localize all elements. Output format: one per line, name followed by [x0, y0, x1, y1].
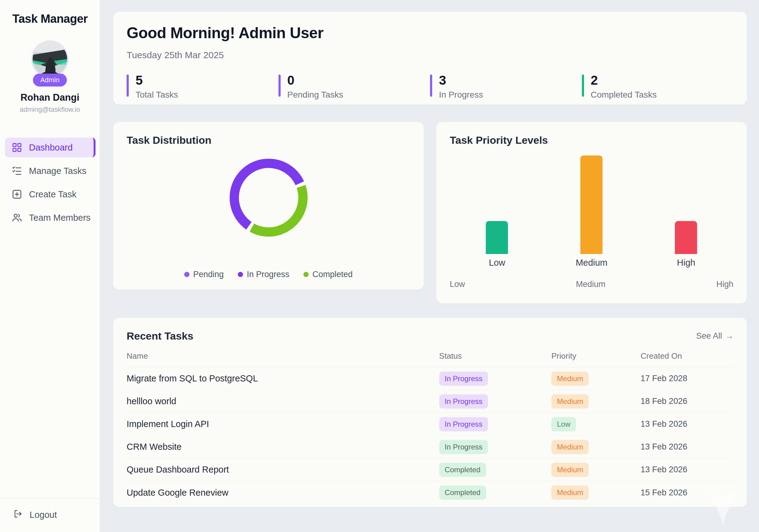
sidebar-item-create-task[interactable]: Create Task [5, 184, 96, 204]
greeting-card: Good Morning! Admin User Tuesday 25th Ma… [113, 12, 747, 105]
logout-icon [13, 509, 23, 521]
task-priority-card: Task Priority Levels LowMediumHigh LowMe… [436, 122, 747, 304]
charts-row: Task Distribution PendingIn ProgressComp… [113, 122, 747, 304]
status-badge: In Progress [439, 395, 488, 408]
created-on-date: 18 Feb 2026 [641, 397, 734, 406]
priority-bar-chart [450, 152, 734, 254]
status-badge: In Progress [439, 417, 488, 431]
stat-label: Completed Tasks [591, 90, 657, 100]
sidebar-item-label: Team Members [29, 213, 91, 223]
table-row: hellloo worldIn ProgressMedium18 Feb 202… [127, 390, 734, 413]
page-title: Good Morning! Admin User [127, 24, 734, 42]
arrow-right-icon: → [725, 331, 734, 341]
stat-pending-tasks: 0Pending Tasks [278, 73, 430, 100]
grid-icon [12, 142, 22, 153]
stat-value: 3 [439, 73, 483, 88]
sidebar-item-team-members[interactable]: Team Members [5, 208, 96, 228]
column-header-name: Name [127, 351, 439, 361]
x-tick-medium: Medium [576, 280, 605, 289]
priority-badge: Medium [551, 485, 589, 500]
legend-dot [184, 272, 189, 277]
table-body: Migrate from SQL to PostgreSQLIn Progres… [127, 367, 734, 504]
stat-value: 5 [136, 73, 178, 88]
status-badge: In Progress [439, 440, 488, 454]
created-on-date: 13 Feb 2026 [641, 419, 734, 429]
profile-block: Admin Rohan Dangi adming@taskflow.io [0, 40, 100, 114]
stat-in-progress: 3In Progress [430, 73, 582, 100]
column-header-priority: Priority [551, 351, 641, 361]
priority-badge: Medium [551, 395, 589, 408]
bar-column-low [450, 221, 544, 254]
legend-dot [303, 272, 309, 277]
logout-button[interactable]: Logout [0, 498, 100, 532]
plus-square-icon [12, 189, 22, 200]
bar-label-low: Low [450, 258, 544, 268]
bar-column-high [639, 221, 734, 254]
recent-tasks-title: Recent Tasks [127, 330, 193, 342]
task-name: Migrate from SQL to PostgreSQL [127, 373, 439, 384]
bar-labels-row: LowMediumHigh [450, 258, 734, 268]
table-row: Migrate from SQL to PostgreSQLIn Progres… [127, 367, 734, 390]
task-name: Implement Login API [127, 419, 439, 429]
legend-label: Completed [312, 270, 353, 279]
task-distribution-title: Task Distribution [127, 134, 410, 146]
bar-low [486, 221, 508, 254]
logout-label: Logout [29, 510, 57, 520]
profile-name: Rohan Dangi [0, 92, 100, 103]
legend-item-completed: Completed [303, 270, 353, 279]
table-row: Implement Login APIIn ProgressLow13 Feb … [127, 413, 734, 436]
stat-label: Pending Tasks [287, 90, 343, 100]
table-row: Queue Dashboard ReportCompletedMedium13 … [127, 458, 734, 481]
column-header-created-on: Created On [641, 351, 734, 361]
legend-label: In Progress [247, 270, 289, 279]
users-icon [12, 212, 22, 223]
priority-badge: Low [551, 417, 576, 431]
sidebar-item-label: Manage Tasks [29, 166, 86, 176]
sidebar-item-manage-tasks[interactable]: Manage Tasks [5, 161, 96, 181]
x-tick-low: Low [450, 280, 465, 289]
created-on-date: 13 Feb 2026 [641, 465, 734, 475]
status-badge: Completed [439, 463, 486, 477]
legend-dot [238, 272, 243, 277]
bar-high [675, 221, 697, 254]
status-badge: Completed [439, 485, 486, 500]
sidebar-item-dashboard[interactable]: Dashboard [5, 137, 96, 157]
stat-accent-bar [582, 74, 584, 97]
bar-label-medium: Medium [544, 258, 639, 268]
stat-total-tasks: 5Total Tasks [127, 73, 278, 100]
created-on-date: 13 Feb 2026 [641, 442, 734, 452]
bar-label-high: High [639, 258, 734, 268]
bar-medium [580, 156, 603, 254]
priority-badge: Medium [551, 372, 589, 386]
created-on-date: 17 Feb 2028 [641, 374, 734, 383]
stat-label: In Progress [439, 90, 483, 100]
recent-tasks-table: NameStatusPriorityCreated On Migrate fro… [127, 351, 734, 504]
task-name: CRM Website [127, 442, 439, 452]
role-badge: Admin [33, 74, 67, 87]
stat-accent-bar [127, 74, 129, 97]
main-content: Good Morning! Admin User Tuesday 25th Ma… [100, 0, 759, 532]
stat-accent-bar [278, 74, 281, 97]
priority-badge: Medium [551, 463, 589, 477]
legend-item-pending: Pending [184, 270, 223, 279]
stat-value: 2 [591, 73, 657, 88]
avatar-photo [33, 42, 67, 76]
profile-email: adming@taskflow.io [0, 106, 100, 114]
current-date: Tuesday 25th Mar 2025 [127, 50, 734, 60]
app-title: Task Manager [0, 0, 100, 25]
sidebar-item-label: Create Task [29, 189, 76, 200]
stat-label: Total Tasks [136, 90, 178, 100]
task-name: Queue Dashboard Report [127, 465, 439, 475]
checklist-icon [12, 166, 22, 176]
status-badge: In Progress [439, 372, 488, 386]
task-name: Update Google Reneview [127, 488, 439, 498]
bar-column-medium [544, 156, 639, 254]
see-all-link[interactable]: See All → [696, 331, 734, 341]
table-row: CRM WebsiteIn ProgressMedium13 Feb 2026 [127, 436, 734, 458]
legend-label: Pending [193, 270, 223, 279]
sidebar-item-label: Dashboard [29, 142, 73, 153]
stat-value: 0 [287, 73, 343, 88]
table-row: Update Google ReneviewCompletedMedium15 … [127, 481, 734, 504]
x-axis-labels: LowMediumHigh [450, 280, 734, 289]
task-priority-title: Task Priority Levels [450, 134, 734, 146]
